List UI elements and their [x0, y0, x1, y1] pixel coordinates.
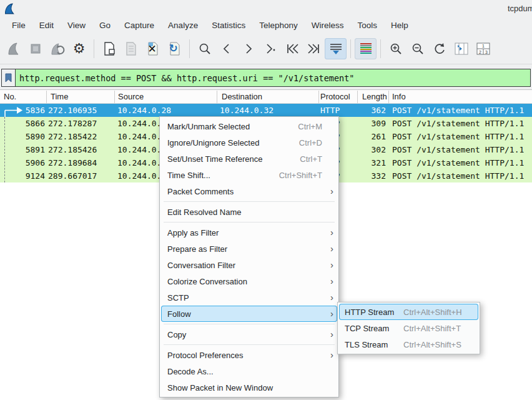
save-file-icon: [124, 41, 138, 56]
menu-item-conversation-filter[interactable]: Conversation Filter ›: [160, 257, 338, 273]
column-header-destination[interactable]: Destination: [222, 90, 262, 104]
double-chevron-last-icon: [307, 42, 322, 56]
capture-stop-button[interactable]: [24, 38, 46, 59]
menu-item-sctp[interactable]: SCTP ›: [160, 289, 338, 306]
menu-analyze[interactable]: Analyze: [161, 18, 205, 34]
layout-button[interactable]: 123: [472, 38, 494, 59]
menu-item-set-unset-time-reference[interactable]: Set/Unset Time Reference Ctrl+T: [160, 151, 338, 167]
menu-telephony[interactable]: Telephony: [252, 18, 305, 34]
column-divider[interactable]: [388, 91, 389, 103]
previous-packet-button[interactable]: [215, 38, 237, 59]
menu-separator: [164, 201, 335, 202]
follow-submenu: HTTP Stream Ctrl+Alt+Shift+H TCP Stream …: [337, 302, 480, 354]
column-divider[interactable]: [318, 91, 319, 103]
menu-item-packet-comments[interactable]: Packet Comments ›: [160, 183, 338, 199]
submenu-item-tls-stream[interactable]: TLS Stream Ctrl+Alt+Shift+S: [338, 336, 480, 352]
menu-file[interactable]: File: [5, 18, 32, 34]
menu-item-decode-as[interactable]: Decode As...: [160, 363, 338, 379]
close-file-button[interactable]: ✕: [142, 38, 164, 59]
menu-item-show-packet-in-new-window[interactable]: Show Packet in New Window: [160, 379, 338, 396]
layout-icon: 123: [476, 42, 491, 56]
double-chevron-first-icon: [285, 42, 300, 56]
menu-statistics[interactable]: Statistics: [205, 18, 252, 34]
close-file-icon: ✕: [146, 41, 160, 56]
column-header-info[interactable]: Info: [392, 90, 406, 104]
resize-columns-button[interactable]: [450, 38, 472, 59]
menu-capture[interactable]: Capture: [117, 18, 161, 34]
menu-bar: File Edit View Go Capture Analyze Statis…: [0, 18, 532, 34]
menu-edit[interactable]: Edit: [32, 18, 61, 34]
toolbar-separator: [189, 39, 190, 58]
display-filter-field: [1, 69, 531, 87]
menu-separator: [164, 324, 335, 324]
zoom-reset-button[interactable]: [428, 38, 450, 59]
save-file-button[interactable]: [120, 38, 142, 59]
colorize-packets-button[interactable]: [355, 38, 377, 59]
menu-view[interactable]: View: [61, 18, 92, 34]
menu-item-copy[interactable]: Copy ›: [160, 326, 338, 342]
menu-item-apply-as-filter[interactable]: Apply as Filter ›: [160, 224, 338, 241]
circular-arrow-glyph: ↻: [169, 42, 178, 54]
menu-item-prepare-as-filter[interactable]: Prepare as Filter ›: [160, 241, 338, 257]
column-header-time[interactable]: Time: [51, 90, 68, 104]
related-packets-line: [4, 117, 5, 182]
toolbar-separator: [380, 39, 381, 58]
submenu-arrow-icon: ›: [322, 273, 333, 289]
menu-tools[interactable]: Tools: [350, 18, 384, 34]
menu-item-time-shift[interactable]: Time Shift... Ctrl+Shift+T: [160, 167, 338, 183]
chevron-left-icon: [220, 42, 233, 56]
go-to-packet-button[interactable]: [259, 38, 281, 59]
open-file-icon: [102, 41, 116, 56]
auto-scroll-icon: [328, 42, 343, 56]
submenu-arrow-icon: ›: [322, 289, 333, 306]
packet-list-header: No. Time Source Destination Protocol Len…: [0, 89, 532, 104]
reload-icon: ↻: [168, 41, 182, 56]
auto-scroll-button[interactable]: [325, 38, 347, 59]
submenu-item-http-stream[interactable]: HTTP Stream Ctrl+Alt+Shift+H: [339, 304, 478, 320]
wireshark-window: tcpdump File Edit View Go Capture Analyz…: [0, 0, 532, 400]
menu-go[interactable]: Go: [92, 18, 117, 34]
menu-item-follow[interactable]: Follow ›: [161, 306, 337, 322]
filter-bookmark-button[interactable]: [2, 69, 16, 86]
menu-item-mark-unmark-selected[interactable]: Mark/Unmark Selected Ctrl+M: [160, 118, 338, 134]
colorize-icon: [358, 42, 373, 56]
restart-fin-icon: [50, 41, 65, 56]
capture-restart-button[interactable]: [46, 38, 68, 59]
column-divider[interactable]: [114, 91, 115, 103]
column-divider[interactable]: [46, 91, 47, 103]
menu-item-colorize-conversation[interactable]: Colorize Conversation ›: [160, 273, 338, 289]
column-header-source[interactable]: Source: [118, 90, 144, 104]
svg-text:1: 1: [482, 44, 485, 48]
svg-text:2: 2: [479, 50, 481, 54]
submenu-arrow-icon: ›: [322, 183, 333, 199]
submenu-item-tcp-stream[interactable]: TCP Stream Ctrl+Alt+Shift+T: [338, 320, 480, 336]
menu-item-ignore-unignore-selected[interactable]: Ignore/Unignore Selected Ctrl+D: [160, 134, 338, 151]
context-menu: Mark/Unmark Selected Ctrl+M Ignore/Unign…: [159, 116, 339, 398]
first-packet-button[interactable]: [281, 38, 303, 59]
menu-item-edit-resolved-name[interactable]: Edit Resolved Name: [160, 204, 338, 220]
menu-wireless[interactable]: Wireless: [305, 18, 351, 34]
menu-item-protocol-preferences[interactable]: Protocol Preferences ›: [160, 347, 338, 363]
open-file-button[interactable]: [98, 38, 120, 59]
menu-help[interactable]: Help: [384, 18, 415, 34]
column-header-length[interactable]: Length: [362, 90, 388, 104]
capture-options-button[interactable]: ⚙: [68, 38, 90, 59]
zoom-in-icon: [389, 42, 403, 56]
find-packet-button[interactable]: [194, 38, 215, 59]
next-packet-button[interactable]: [237, 38, 259, 59]
packet-row-selected[interactable]: 5836 272.106935 10.244.0.28 10.244.0.32 …: [0, 104, 532, 117]
reload-file-button[interactable]: ↻: [164, 38, 185, 59]
submenu-arrow-icon: ›: [322, 326, 333, 342]
zoom-out-button[interactable]: [406, 38, 428, 59]
wireshark-logo-icon: [3, 2, 16, 16]
column-divider[interactable]: [217, 91, 217, 103]
capture-start-button[interactable]: [2, 38, 24, 59]
filter-bar: [0, 64, 532, 89]
last-packet-button[interactable]: [303, 38, 325, 59]
column-header-no[interactable]: No.: [4, 90, 16, 104]
display-filter-input[interactable]: [16, 69, 530, 86]
column-header-protocol[interactable]: Protocol: [320, 90, 350, 104]
column-divider[interactable]: [357, 91, 358, 103]
zoom-in-button[interactable]: [385, 38, 406, 59]
chevron-right-dot-icon: [264, 42, 277, 56]
